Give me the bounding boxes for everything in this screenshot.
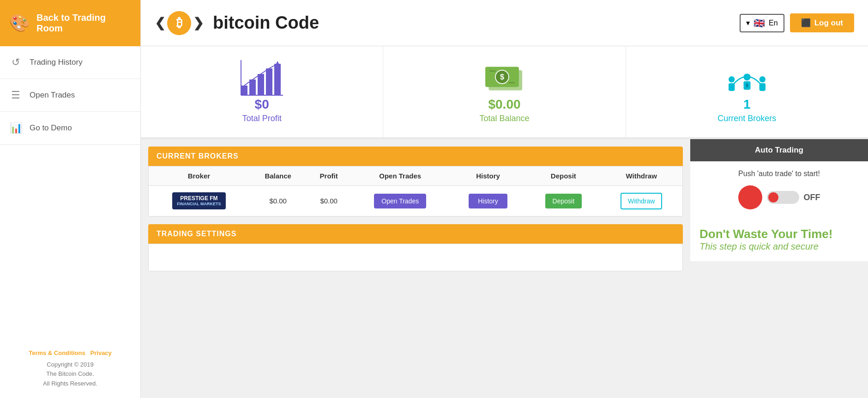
deposit-button[interactable]: Deposit xyxy=(545,194,582,208)
col-deposit: Deposit xyxy=(526,166,600,186)
broker-history-cell: History xyxy=(450,186,527,216)
broker-logo: PRESTIGE FM FINANCIAL MARKETS xyxy=(172,192,225,209)
svg-rect-4 xyxy=(274,64,281,95)
topbar-right: ▾ 🇬🇧 En ⬛ Log out xyxy=(740,13,854,32)
sidebar-footer: Terms & Conditions Privacy Copyright © 2… xyxy=(0,340,140,398)
history-icon: ↺ xyxy=(9,56,22,68)
auto-trading-body: Push 'auto trade' to start! OFF xyxy=(690,161,868,218)
col-balance: Balance xyxy=(249,166,307,186)
table-row: PRESTIGE FM FINANCIAL MARKETS $0.00 $0.0… xyxy=(149,186,682,216)
auto-trade-toggle-button[interactable] xyxy=(738,185,762,209)
copyright-text: Copyright © 2019 xyxy=(47,361,93,368)
withdraw-button[interactable]: Withdraw xyxy=(621,193,662,209)
palette-icon: 🎨 xyxy=(9,13,30,33)
left-chevron-icon: ❮ xyxy=(155,15,165,31)
svg-rect-2 xyxy=(258,74,264,95)
svg-rect-15 xyxy=(729,83,735,91)
sidebar-nav: ↺ Trading History ☰ Open Trades 📊 Go to … xyxy=(0,46,140,340)
brokers-people-icon xyxy=(724,60,770,97)
profit-label: Total Profit xyxy=(242,114,282,123)
sidebar: 🎨 Back to Trading Room ↺ Trading History… xyxy=(0,0,141,398)
company-name: The Bitcoin Code. xyxy=(46,370,94,377)
brokers-value: 1 xyxy=(743,97,751,112)
sidebar-item-open-trades[interactable]: ☰ Open Trades xyxy=(0,79,140,112)
toggle-thumb xyxy=(768,192,778,202)
broker-deposit-cell: Deposit xyxy=(526,186,600,216)
auto-trading-header: Auto Trading xyxy=(690,139,868,161)
svg-point-14 xyxy=(729,76,735,82)
trading-settings-section: TRADING SETTINGS xyxy=(148,224,683,271)
brokers-section: CURRENT BROKERS Broker Balance Profit Op… xyxy=(148,147,683,217)
open-trades-button[interactable]: Open Trades xyxy=(374,194,426,208)
trading-settings-header: TRADING SETTINGS xyxy=(148,224,683,244)
history-button[interactable]: History xyxy=(469,194,507,208)
logout-icon: ⬛ xyxy=(801,18,811,28)
broker-balance: $0.00 xyxy=(249,186,307,216)
main-content: ❮ ₿ ❯ bitcoin Code ▾ 🇬🇧 En ⬛ Log out xyxy=(141,0,868,398)
terms-link[interactable]: Terms & Conditions xyxy=(29,349,85,356)
profit-chart-icon xyxy=(239,60,285,97)
sidebar-item-trading-history[interactable]: ↺ Trading History xyxy=(0,46,140,79)
svg-rect-3 xyxy=(266,68,272,95)
svg-rect-0 xyxy=(241,86,247,95)
auto-trading-description: Push 'auto trade' to start! xyxy=(699,170,859,178)
col-broker: Broker xyxy=(149,166,249,186)
tables-column: CURRENT BROKERS Broker Balance Profit Op… xyxy=(141,139,690,398)
broker-profit: $0.00 xyxy=(307,186,351,216)
sidebar-item-label: Open Trades xyxy=(30,91,75,100)
list-icon: ☰ xyxy=(9,89,22,101)
current-brokers-card: 1 Current Brokers xyxy=(626,46,868,137)
balance-label: Total Balance xyxy=(479,114,529,123)
total-profit-card: $0 Total Profit xyxy=(141,46,383,137)
page-content: $0 Total Profit $ $0.00 xyxy=(141,46,868,398)
sidebar-item-label: Trading History xyxy=(30,58,83,67)
svg-text:$: $ xyxy=(500,73,504,81)
broker-table-wrap: Broker Balance Profit Open Trades Histor… xyxy=(148,166,683,217)
col-withdraw: Withdraw xyxy=(600,166,682,186)
broker-withdraw-cell: Withdraw xyxy=(600,186,682,216)
chevron-down-icon: ▾ xyxy=(746,18,750,27)
svg-rect-19 xyxy=(759,83,765,91)
auto-trading-panel: Auto Trading Push 'auto trade' to start!… xyxy=(690,139,868,218)
privacy-link[interactable]: Privacy xyxy=(90,349,112,356)
logout-button[interactable]: ⬛ Log out xyxy=(790,13,854,32)
toggle-status-label: OFF xyxy=(804,193,820,202)
balance-money-icon: $ xyxy=(481,60,527,97)
promo-section: Don't Waste Your Time! This step is quic… xyxy=(690,218,868,261)
toggle-track[interactable] xyxy=(767,191,799,204)
stats-row: $0 Total Profit $ $0.00 xyxy=(141,46,868,139)
promo-subtitle: This step is quick and secure xyxy=(699,241,859,252)
svg-rect-1 xyxy=(249,80,256,95)
lang-label: En xyxy=(769,19,778,27)
sidebar-item-go-to-demo[interactable]: 📊 Go to Demo xyxy=(0,112,140,145)
broker-logo-cell: PRESTIGE FM FINANCIAL MARKETS xyxy=(149,186,249,216)
demo-icon: 📊 xyxy=(9,122,22,134)
trading-settings-wrap xyxy=(148,244,683,271)
rights-text: All Rights Reserved. xyxy=(43,380,97,387)
svg-point-18 xyxy=(759,76,765,82)
right-chevron-icon: ❯ xyxy=(193,15,204,31)
brokers-section-header: CURRENT BROKERS xyxy=(148,147,683,166)
brokers-label: Current Brokers xyxy=(717,114,776,123)
back-to-trading-room-button[interactable]: 🎨 Back to Trading Room xyxy=(0,0,140,46)
total-balance-card: $ $0.00 Total Balance xyxy=(383,46,626,137)
right-column: Auto Trading Push 'auto trade' to start!… xyxy=(690,139,868,398)
language-selector[interactable]: ▾ 🇬🇧 En xyxy=(740,14,784,32)
toggle-row: OFF xyxy=(699,185,859,209)
profit-value: $0 xyxy=(255,97,269,112)
bottom-area: CURRENT BROKERS Broker Balance Profit Op… xyxy=(141,139,868,398)
svg-point-16 xyxy=(743,73,750,80)
col-profit: Profit xyxy=(307,166,351,186)
flag-icon: 🇬🇧 xyxy=(753,18,765,29)
topbar: ❮ ₿ ❯ bitcoin Code ▾ 🇬🇧 En ⬛ Log out xyxy=(141,0,868,46)
brand: ❮ ₿ ❯ bitcoin Code xyxy=(155,11,319,35)
col-history: History xyxy=(450,166,527,186)
broker-table: Broker Balance Profit Open Trades Histor… xyxy=(149,166,682,216)
brand-logo: ❮ ₿ ❯ xyxy=(155,11,204,35)
broker-open-trades-cell: Open Trades xyxy=(351,186,450,216)
logout-label: Log out xyxy=(814,18,843,28)
back-button-label: Back to Trading Room xyxy=(36,12,131,34)
col-open-trades: Open Trades xyxy=(351,166,450,186)
brand-name: bitcoin Code xyxy=(213,13,319,33)
promo-title: Don't Waste Your Time! xyxy=(699,227,859,241)
